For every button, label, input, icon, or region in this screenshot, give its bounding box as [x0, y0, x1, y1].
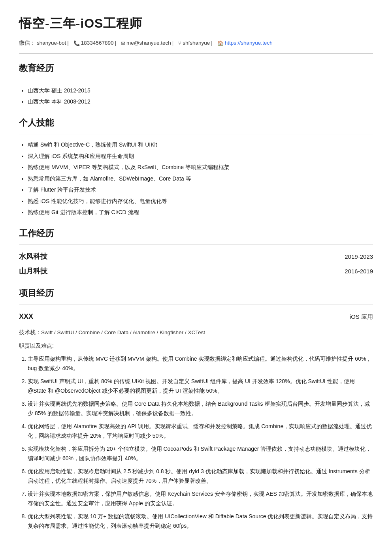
work-row-1: 水风科技 2019-2023 [19, 250, 373, 263]
company-name-2: 山月科技 [19, 265, 47, 277]
website-link[interactable]: https://shanyue.tech [225, 39, 273, 48]
list-item: 山西大学 硕士 2012-2015 [28, 86, 373, 96]
list-item: 实现 SwiftUI 声明式 UI，重构 80% 的传统 UIKit 视图。开发… [28, 376, 373, 396]
duties-label: 职责以及难点: [19, 341, 373, 351]
github-contact: ⑂ shfshanyue | [178, 39, 213, 48]
tech-stack-label: 技术栈： [19, 329, 41, 335]
list-item: 主导应用架构重构，从传统 MVC 迁移到 MVVM 架构。使用 Combine … [28, 354, 373, 373]
list-item: 优化网络层，使用 Alamofire 实现高效的 API 调用。实现请求重试、缓… [28, 422, 373, 441]
project-name-1: XXX [19, 310, 33, 323]
list-item: 实现模块化架构，将应用拆分为 20+ 个独立模块。使用 CocoaPods 和 … [28, 444, 373, 463]
duties-list: 主导应用架构重构，从传统 MVC 迁移到 MVVM 架构。使用 Combine … [19, 354, 373, 531]
list-item: 精通 Swift 和 Objective-C，熟练使用 SwiftUI 和 UI… [28, 140, 373, 150]
work-period-2: 2016-2019 [345, 266, 373, 277]
education-section: 教育经历 山西大学 硕士 2012-2015 山西大学 本科 2008-2012 [19, 61, 373, 106]
email-contact: ✉ me@shanyue.tech | [121, 39, 173, 48]
work-section: 工作经历 水风科技 2019-2023 山月科技 2016-2019 [19, 226, 373, 277]
skills-title: 个人技能 [19, 115, 373, 130]
page-title: 悟空-三年-iOS工程师 [19, 13, 373, 34]
phone-number: 18334567890 [81, 39, 114, 48]
email-icon: ✉ [121, 39, 125, 48]
list-item: 熟悉 iOS 性能优化技巧，能够进行内存优化、电量优化等 [28, 196, 373, 206]
email-value: me@shanyue.tech [126, 39, 171, 48]
skills-section: 个人技能 精通 Swift 和 Objective-C，熟练使用 SwiftUI… [19, 115, 373, 217]
home-icon: 🏠 [217, 39, 224, 48]
education-list: 山西大学 硕士 2012-2015 山西大学 本科 2008-2012 [19, 86, 373, 107]
list-item: 设计并实现本地数据加密方案，保护用户敏感信息。使用 Keychain Servi… [28, 489, 373, 508]
projects-section: 项目经历 XXX iOS 应用 技术栈：Swift / SwiftUI / Co… [19, 286, 373, 531]
tech-stack-value: Swift / SwiftUI / Combine / Core Data / … [41, 329, 205, 335]
wechat-label: 微信： [19, 39, 36, 48]
list-item: 了解 Flutter 跨平台开发技术 [28, 185, 373, 195]
skills-divider [19, 134, 373, 134]
wechat-value: shanyue-bot [37, 39, 66, 48]
tech-stack: 技术栈：Swift / SwiftUI / Combine / Core Dat… [19, 328, 373, 337]
projects-divider [19, 305, 373, 305]
project-type-1: iOS 应用 [350, 312, 373, 322]
project-header-1: XXX iOS 应用 [19, 310, 373, 326]
phone-icon: 📞 [74, 39, 80, 48]
github-value: shfshanyue [183, 39, 210, 48]
list-item: 设计并实现离线优先的数据同步策略。使用 Core Data 持久化本地数据，结合… [28, 399, 373, 418]
list-item: 熟练使用 MVVM、VIPER 等架构模式，以及 RxSwift、Combine… [28, 162, 373, 172]
list-item: 山西大学 本科 2008-2012 [28, 97, 373, 107]
education-divider [19, 80, 373, 80]
skills-list: 精通 Swift 和 Objective-C，熟练使用 SwiftUI 和 UI… [19, 140, 373, 217]
website-contact: 🏠 https://shanyue.tech [217, 39, 273, 48]
education-title: 教育经历 [19, 61, 373, 75]
projects-title: 项目经历 [19, 286, 373, 300]
work-period-1: 2019-2023 [345, 252, 373, 262]
company-name-1: 水风科技 [19, 250, 47, 263]
list-item: 深入理解 iOS 系统架构和应用程序生命周期 [28, 151, 373, 161]
wechat-contact: 微信： shanyue-bot | [19, 39, 69, 48]
github-icon: ⑂ [178, 39, 181, 48]
list-item: 优化应用启动性能，实现冷启动时间从 2.5 秒减少到 0.8 秒。使用 dyld… [28, 467, 373, 486]
phone-contact: 📞 18334567890 | [74, 39, 116, 48]
contact-bar: 微信： shanyue-bot | 📞 18334567890 | ✉ me@s… [19, 39, 373, 54]
list-item: 熟练使用 Git 进行版本控制，了解 CI/CD 流程 [28, 207, 373, 217]
work-row-2: 山月科技 2016-2019 [19, 265, 373, 277]
list-item: 熟悉常用的第三方库，如 Alamofire、SDWebImage、Core Da… [28, 174, 373, 184]
list-item: 优化大型列表性能，实现 10 万+ 数据的流畅滚动。使用 UICollectio… [28, 512, 373, 531]
work-divider [19, 245, 373, 245]
work-title: 工作经历 [19, 226, 373, 241]
